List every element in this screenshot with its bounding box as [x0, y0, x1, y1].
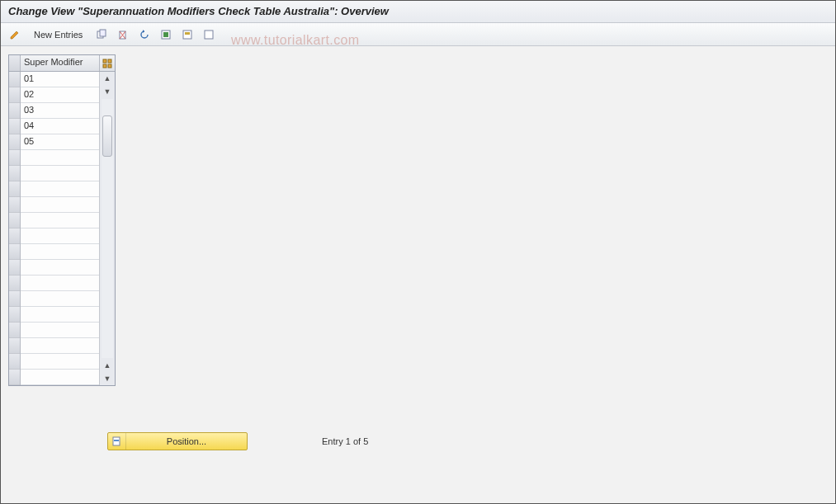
svg-rect-6: [185, 32, 190, 35]
super-modifier-table: Super Modifier 0102030405 ▲ ▼ ▲ ▼: [8, 54, 116, 386]
row-selector[interactable]: [9, 244, 20, 260]
scroll-up-icon[interactable]: ▲: [101, 72, 114, 85]
row-selector[interactable]: [9, 338, 20, 354]
deselect-all-icon[interactable]: [201, 26, 217, 43]
toolbar: New Entries: [0, 23, 836, 46]
row-selector[interactable]: [9, 134, 20, 150]
table-cell[interactable]: [21, 276, 99, 291]
table-cell[interactable]: 04: [21, 119, 99, 134]
svg-rect-10: [103, 64, 106, 68]
table-cell[interactable]: [21, 197, 99, 213]
row-selector[interactable]: [9, 119, 20, 134]
row-selector[interactable]: [9, 103, 20, 119]
table-body: 0102030405 ▲ ▼ ▲ ▼: [9, 72, 115, 385]
svg-rect-8: [103, 59, 106, 63]
column-header-super-modifier[interactable]: Super Modifier: [21, 55, 100, 71]
new-entries-button[interactable]: New Entries: [28, 26, 88, 43]
copy-icon[interactable]: [93, 26, 110, 43]
table-cell[interactable]: [21, 181, 99, 197]
table-cell[interactable]: 05: [21, 134, 99, 150]
svg-rect-7: [205, 31, 213, 39]
table-cell[interactable]: [21, 228, 99, 244]
svg-rect-4: [163, 32, 168, 37]
table-cell[interactable]: 01: [21, 72, 99, 87]
table-settings-icon[interactable]: [100, 55, 115, 71]
table-cell[interactable]: [21, 213, 99, 228]
scroll-track[interactable]: [102, 99, 113, 358]
footer-bar: Position... Entry 1 of 5: [107, 432, 368, 450]
row-selector[interactable]: [9, 354, 20, 370]
table-cell[interactable]: [21, 260, 99, 276]
row-selector[interactable]: [9, 291, 20, 307]
scroll-down-bottom-icon[interactable]: ▼: [101, 372, 114, 385]
position-icon: [108, 433, 126, 450]
row-selector[interactable]: [9, 72, 20, 87]
row-selector[interactable]: [9, 150, 20, 166]
vertical-scrollbar[interactable]: ▲ ▼ ▲ ▼: [100, 72, 115, 385]
row-selector[interactable]: [9, 87, 20, 103]
table-cell[interactable]: [21, 370, 99, 385]
row-selector[interactable]: [9, 166, 20, 181]
select-all-icon[interactable]: [158, 26, 174, 43]
select-block-icon[interactable]: [179, 26, 196, 43]
undo-icon[interactable]: [136, 26, 153, 43]
row-selector[interactable]: [9, 260, 20, 276]
scroll-down-icon[interactable]: ▼: [101, 85, 114, 98]
table-header-row: Super Modifier: [9, 55, 115, 72]
row-selector[interactable]: [9, 370, 20, 385]
svg-rect-13: [114, 440, 119, 441]
svg-rect-1: [100, 30, 106, 36]
table-cell[interactable]: [21, 323, 99, 338]
entry-count-text: Entry 1 of 5: [322, 436, 368, 446]
position-button-label: Position...: [126, 436, 247, 446]
row-selector-header[interactable]: [9, 55, 21, 71]
svg-rect-9: [108, 59, 111, 63]
toggle-edit-icon[interactable]: [7, 26, 23, 43]
delete-icon[interactable]: [115, 26, 131, 43]
scroll-up-bottom-icon[interactable]: ▲: [101, 359, 114, 372]
table-cell[interactable]: [21, 307, 99, 323]
table-cell[interactable]: [21, 354, 99, 370]
table-cell[interactable]: 03: [21, 103, 99, 119]
content-area: Super Modifier 0102030405 ▲ ▼ ▲ ▼: [0, 46, 836, 396]
page-title: Change View "Superannuation Modifiers Ch…: [0, 0, 836, 23]
row-selector[interactable]: [9, 307, 20, 323]
row-selector[interactable]: [9, 276, 20, 291]
table-cell[interactable]: [21, 150, 99, 166]
position-button[interactable]: Position...: [107, 432, 248, 450]
row-selector[interactable]: [9, 323, 20, 338]
row-selector[interactable]: [9, 181, 20, 197]
row-selector[interactable]: [9, 228, 20, 244]
row-selector[interactable]: [9, 213, 20, 228]
table-cell[interactable]: [21, 291, 99, 307]
table-cell[interactable]: [21, 338, 99, 354]
table-cell[interactable]: 02: [21, 87, 99, 103]
scroll-thumb[interactable]: [102, 115, 112, 157]
svg-rect-11: [108, 64, 111, 68]
row-selector[interactable]: [9, 197, 20, 213]
table-cell[interactable]: [21, 244, 99, 260]
table-cell[interactable]: [21, 166, 99, 181]
